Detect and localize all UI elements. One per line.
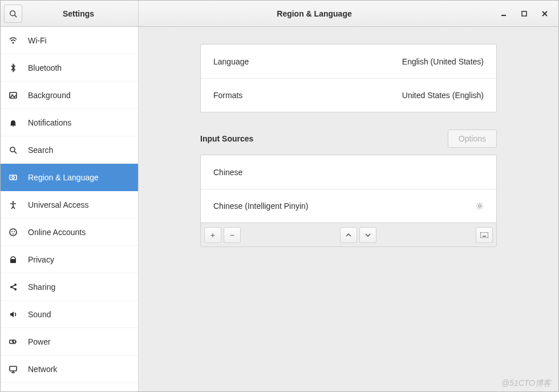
window-body: Wi-FiBluetoothBackgroundNotificationsSea… xyxy=(1,27,558,391)
sidebar-item-label: Network xyxy=(28,365,57,374)
keyboard-icon xyxy=(480,232,488,238)
row-value: United States (English) xyxy=(402,91,484,100)
online-icon xyxy=(9,228,19,237)
access-icon xyxy=(9,200,19,209)
sidebar-item-label: Wi-Fi xyxy=(28,36,47,45)
row-label: Formats xyxy=(213,91,242,100)
chevron-up-icon xyxy=(346,232,351,238)
svg-line-1 xyxy=(15,15,17,17)
show-layout-button[interactable] xyxy=(476,227,493,243)
svg-point-10 xyxy=(10,147,15,152)
source-prefs-button[interactable] xyxy=(476,202,484,210)
sidebar-item-label: Search xyxy=(28,146,53,155)
close-icon xyxy=(542,11,548,17)
svg-rect-27 xyxy=(10,366,17,371)
svg-rect-19 xyxy=(10,259,16,263)
sidebar-item-privacy[interactable]: Privacy xyxy=(1,246,138,273)
power-icon xyxy=(9,337,19,346)
svg-point-17 xyxy=(14,231,15,232)
sidebar-item-power[interactable]: Power xyxy=(1,328,138,355)
source-label: Chinese (Intelligent Pinyin) xyxy=(213,201,309,211)
network-icon xyxy=(9,365,19,374)
close-button[interactable] xyxy=(537,6,553,22)
svg-line-24 xyxy=(13,288,15,289)
svg-point-30 xyxy=(479,205,481,207)
input-source-row[interactable]: Chinese xyxy=(201,155,496,189)
sidebar-item-background[interactable]: Background xyxy=(1,82,138,109)
svg-point-0 xyxy=(10,10,15,15)
privacy-icon xyxy=(9,255,19,264)
search-icon xyxy=(9,10,17,18)
language-formats-list: LanguageEnglish (United States)FormatsUn… xyxy=(200,44,497,112)
sidebar-item-label: Universal Access xyxy=(28,200,89,209)
svg-line-23 xyxy=(13,285,15,286)
sidebar-item-label: Power xyxy=(28,337,51,346)
wifi-icon xyxy=(9,36,19,45)
input-sources-header: Input Sources Options xyxy=(200,130,497,148)
row-label: Language xyxy=(213,57,249,66)
search-icon xyxy=(9,146,19,155)
row-value: English (United States) xyxy=(402,57,484,66)
background-icon xyxy=(9,91,19,100)
settings-row-language[interactable]: LanguageEnglish (United States) xyxy=(201,45,496,78)
source-label: Chinese xyxy=(213,168,242,177)
svg-line-11 xyxy=(14,151,17,153)
sidebar-item-label: Background xyxy=(28,91,71,100)
sidebar: Wi-FiBluetoothBackgroundNotificationsSea… xyxy=(1,27,139,391)
sidebar-item-label: Sharing xyxy=(28,282,55,292)
content-area: LanguageEnglish (United States)FormatsUn… xyxy=(139,27,558,391)
titlebar: Settings Region & Language xyxy=(1,1,558,27)
sidebar-item-label: Sound xyxy=(28,310,51,319)
region-icon xyxy=(9,173,19,182)
gear-icon xyxy=(476,202,484,210)
sidebar-item-share[interactable]: Sharing xyxy=(1,273,138,301)
svg-rect-31 xyxy=(480,232,488,238)
sidebar-item-bluetooth[interactable]: Bluetooth xyxy=(1,54,138,82)
minus-icon: − xyxy=(230,231,234,240)
move-down-button[interactable] xyxy=(359,227,376,243)
sidebar-item-search[interactable]: Search xyxy=(1,136,138,164)
settings-panel: LanguageEnglish (United States)FormatsUn… xyxy=(200,44,497,247)
settings-window: Settings Region & Language Wi-FiBluetoot… xyxy=(0,0,559,392)
svg-rect-3 xyxy=(522,11,526,16)
titlebar-left: Settings xyxy=(1,1,139,26)
svg-rect-26 xyxy=(15,341,17,342)
svg-point-13 xyxy=(12,176,14,179)
sidebar-item-label: Privacy xyxy=(28,255,54,264)
input-sources-toolbar: + − xyxy=(201,223,496,246)
bluetooth-icon xyxy=(9,63,19,72)
bell-icon xyxy=(9,118,19,127)
svg-point-14 xyxy=(13,201,14,203)
maximize-icon xyxy=(521,11,527,17)
sidebar-item-label: Online Accounts xyxy=(28,228,86,237)
sidebar-item-sound[interactable]: Sound xyxy=(1,301,138,328)
input-sources-heading: Input Sources xyxy=(200,134,253,143)
minimize-button[interactable] xyxy=(496,6,512,22)
settings-row-formats[interactable]: FormatsUnited States (English) xyxy=(201,78,496,112)
sidebar-item-access[interactable]: Universal Access xyxy=(1,191,138,219)
sidebar-item-online[interactable]: Online Accounts xyxy=(1,219,138,246)
svg-point-18 xyxy=(13,233,14,235)
sidebar-item-label: Region & Language xyxy=(28,173,99,182)
sidebar-item-bell[interactable]: Notifications xyxy=(1,109,138,136)
window-controls xyxy=(490,1,558,26)
svg-point-16 xyxy=(11,231,13,232)
watermark: @51CTO博客 xyxy=(501,378,551,389)
search-button[interactable] xyxy=(4,5,22,23)
remove-source-button[interactable]: − xyxy=(224,227,241,243)
input-sources-rows: ChineseChinese (Intelligent Pinyin) xyxy=(201,155,496,223)
input-sources-list: ChineseChinese (Intelligent Pinyin) + − xyxy=(200,155,497,247)
svg-point-6 xyxy=(13,42,14,43)
add-source-button[interactable]: + xyxy=(204,227,221,243)
input-source-row[interactable]: Chinese (Intelligent Pinyin) xyxy=(201,189,496,223)
sidebar-item-network[interactable]: Network xyxy=(1,355,138,383)
move-up-button[interactable] xyxy=(340,227,357,243)
svg-point-15 xyxy=(10,229,17,236)
maximize-button[interactable] xyxy=(516,6,532,22)
sidebar-item-region[interactable]: Region & Language xyxy=(1,164,138,191)
share-icon xyxy=(9,282,19,292)
input-options-button[interactable]: Options xyxy=(448,130,497,148)
svg-point-9 xyxy=(13,126,14,127)
sidebar-item-wifi[interactable]: Wi-Fi xyxy=(1,27,138,54)
sidebar-title: Settings xyxy=(22,9,135,18)
